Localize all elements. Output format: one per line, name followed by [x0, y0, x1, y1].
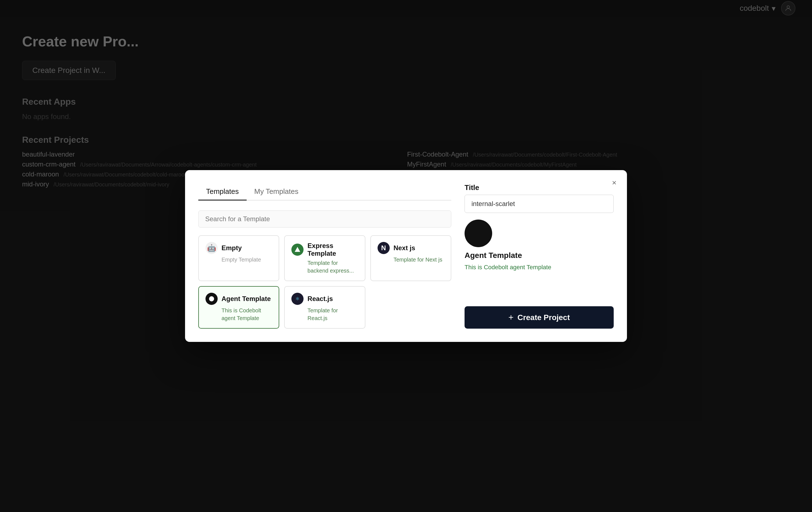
preview-template-desc: This is Codebolt agent Template: [465, 264, 551, 271]
preview-template-icon: [465, 219, 492, 247]
create-project-submit-button[interactable]: + Create Project: [465, 306, 614, 329]
template-search-input[interactable]: [198, 210, 451, 228]
empty-template-desc: Empty Template: [205, 256, 272, 264]
modal-left-panel: Templates My Templates 🤖 Empty Empty Tem…: [198, 183, 451, 329]
modal-tabs: Templates My Templates: [198, 183, 451, 201]
reactjs-template-desc: Template for React.js: [291, 306, 358, 322]
preview-template-name: Agent Template: [465, 251, 522, 260]
modal-overlay[interactable]: × Templates My Templates 🤖: [0, 0, 812, 512]
svg-marker-1: [295, 247, 300, 252]
reactjs-template-icon: ⚛: [291, 293, 303, 305]
close-button[interactable]: ×: [608, 177, 620, 189]
template-card-express[interactable]: Express Template Template for backend ex…: [284, 235, 365, 281]
plus-icon: +: [509, 312, 514, 323]
svg-point-2: [209, 296, 214, 301]
title-section: Title: [465, 183, 614, 213]
template-card-empty[interactable]: 🤖 Empty Empty Template: [198, 235, 279, 281]
create-project-btn-label: Create Project: [517, 313, 570, 322]
create-project-modal: × Templates My Templates 🤖: [185, 170, 627, 342]
nextjs-template-name: Next js: [394, 244, 415, 252]
template-grid: 🤖 Empty Empty Template Express Template: [198, 235, 451, 329]
tab-my-templates[interactable]: My Templates: [246, 183, 306, 201]
reactjs-template-name: React.js: [308, 295, 333, 303]
empty-template-icon: 🤖: [205, 242, 218, 254]
agent-template-icon: [205, 293, 218, 305]
nextjs-template-desc: Template for Next js: [378, 256, 444, 264]
express-template-name: Express Template: [308, 242, 358, 258]
agent-template-desc: This is Codebolt agent Template: [205, 306, 272, 322]
empty-template-name: Empty: [222, 244, 242, 252]
template-card-nextjs[interactable]: N Next js Template for Next js: [370, 235, 451, 281]
template-card-agent[interactable]: Agent Template This is Codebolt agent Te…: [198, 286, 279, 329]
modal-right-panel: Title Agent Template This is Codebolt ag…: [465, 183, 614, 329]
selected-template-preview: Agent Template This is Codebolt agent Te…: [465, 219, 614, 271]
tab-templates[interactable]: Templates: [198, 183, 246, 201]
project-title-input[interactable]: [465, 195, 614, 213]
template-card-reactjs[interactable]: ⚛ React.js Template for React.js: [284, 286, 365, 329]
title-label: Title: [465, 183, 614, 192]
agent-template-name: Agent Template: [222, 295, 271, 303]
nextjs-template-icon: N: [378, 242, 390, 254]
express-template-desc: Template for backend express...: [291, 259, 358, 274]
express-template-icon: [291, 244, 303, 256]
